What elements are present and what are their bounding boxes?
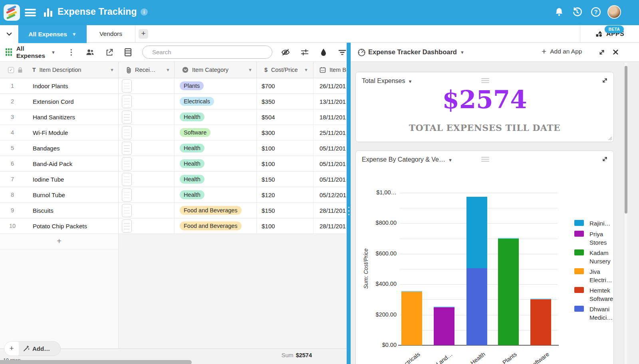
cell-item-description[interactable]: Potato Chip Packets bbox=[25, 218, 119, 233]
user-avatar[interactable] bbox=[607, 5, 621, 19]
cell-cost-price[interactable]: $504 bbox=[257, 109, 314, 125]
filter-icon[interactable] bbox=[338, 49, 347, 56]
cell-cost-price[interactable]: $300 bbox=[257, 125, 314, 140]
table-row[interactable]: 8Burnol TubeHealth$12005/12/201 bbox=[0, 187, 347, 203]
cell-item-description[interactable]: Extension Cord bbox=[25, 94, 119, 109]
cell-item-description[interactable]: Indoor Plants bbox=[25, 78, 119, 93]
cell-item-bought-date[interactable]: 18/11/201 bbox=[314, 109, 347, 125]
add-table-button[interactable]: + bbox=[139, 29, 148, 39]
cell-cost-price[interactable]: $100 bbox=[257, 218, 314, 233]
cell-item-description[interactable]: Burnol Tube bbox=[25, 187, 119, 202]
cell-item-bought-date[interactable]: 05/11/201 bbox=[314, 172, 347, 187]
stackby-logo-icon[interactable] bbox=[4, 4, 20, 21]
cell-receipt[interactable] bbox=[119, 156, 175, 171]
cell-item-description[interactable]: Bandages bbox=[25, 140, 119, 156]
expand-panel-icon[interactable] bbox=[598, 49, 605, 56]
cell-cost-price[interactable]: $100 bbox=[257, 156, 314, 171]
cell-cost-price[interactable]: $150 bbox=[257, 203, 314, 218]
cell-receipt[interactable] bbox=[119, 203, 175, 218]
tab-all-expenses[interactable]: All Expenses ▼ bbox=[18, 25, 87, 43]
receipt-thumbnail[interactable] bbox=[122, 95, 132, 108]
cell-receipt[interactable] bbox=[119, 109, 175, 125]
drag-handle-icon[interactable] bbox=[481, 157, 489, 163]
bar-segment[interactable] bbox=[498, 239, 519, 345]
cell-receipt[interactable] bbox=[119, 172, 175, 187]
receipt-thumbnail[interactable] bbox=[122, 173, 132, 186]
chevron-down-icon[interactable]: ▼ bbox=[248, 67, 252, 72]
search-bar[interactable] bbox=[142, 46, 272, 59]
receipt-thumbnail[interactable] bbox=[122, 204, 132, 217]
cell-item-category[interactable]: Health bbox=[175, 187, 257, 202]
bar-segment[interactable] bbox=[434, 307, 454, 346]
legend-item[interactable]: Hemtek Software bbox=[574, 286, 614, 303]
table-row[interactable]: 5BandagesHealth$10005/11/201 bbox=[0, 140, 347, 156]
sum-summary[interactable]: Sum$2574 bbox=[257, 352, 312, 358]
add-an-app-button[interactable]: + Add an App bbox=[542, 47, 582, 55]
table-row[interactable]: 2Extension CordElectricals$35013/11/201 bbox=[0, 94, 347, 109]
notifications-bell-icon[interactable] bbox=[554, 7, 564, 17]
cell-item-bought-date[interactable]: 28/11/201 bbox=[314, 203, 347, 218]
cell-item-bought-date[interactable]: 05/11/201 bbox=[314, 140, 347, 156]
horizontal-scrollbar[interactable] bbox=[0, 360, 192, 364]
row-settings-icon[interactable] bbox=[300, 48, 309, 56]
chevron-down-icon[interactable]: ▼ bbox=[166, 67, 170, 72]
table-row[interactable]: 10Potato Chip PacketsFood and Beverages$… bbox=[0, 218, 347, 234]
cell-receipt[interactable] bbox=[119, 140, 175, 156]
bar-segment[interactable] bbox=[466, 268, 487, 345]
cell-item-bought-date[interactable]: 05/11/201 bbox=[314, 156, 347, 171]
pane-splitter[interactable] bbox=[347, 43, 351, 364]
close-panel-icon[interactable] bbox=[612, 49, 619, 55]
add-row-button[interactable]: + bbox=[0, 234, 119, 249]
receipt-thumbnail[interactable] bbox=[122, 220, 132, 233]
plus-icon[interactable]: + bbox=[4, 342, 19, 356]
cell-item-description[interactable]: Wi-Fi Module bbox=[25, 125, 119, 140]
cell-item-category[interactable]: Software bbox=[175, 125, 257, 140]
collapse-tabs-button[interactable] bbox=[0, 25, 18, 43]
collaborators-icon[interactable] bbox=[85, 48, 95, 56]
cell-cost-price[interactable]: $150 bbox=[257, 172, 314, 187]
view-name[interactable]: All Expenses bbox=[16, 45, 48, 59]
cell-cost-price[interactable]: $350 bbox=[257, 94, 314, 109]
bar-segment[interactable] bbox=[401, 292, 422, 345]
receipt-thumbnail[interactable] bbox=[122, 126, 132, 139]
table-row[interactable]: 7Iodine TubeHealth$15005/11/201 bbox=[0, 172, 347, 187]
grid-view-icon[interactable] bbox=[6, 48, 12, 56]
hide-fields-icon[interactable] bbox=[281, 48, 290, 56]
table-row[interactable]: 3Hand SanitizersHealth$50418/11/201 bbox=[0, 109, 347, 125]
card-title[interactable]: Expense By Category & Ve…▼ bbox=[362, 156, 452, 163]
receipt-thumbnail[interactable] bbox=[122, 142, 132, 155]
cell-item-description[interactable]: Iodine Tube bbox=[25, 172, 119, 187]
info-icon[interactable]: i bbox=[141, 8, 148, 16]
expand-card-icon[interactable] bbox=[601, 77, 608, 84]
cell-receipt[interactable] bbox=[119, 94, 175, 109]
dashboard-title[interactable]: Expense Tracker Dashboard bbox=[368, 48, 457, 56]
cell-item-description[interactable]: Band-Aid Pack bbox=[25, 156, 119, 171]
menu-icon[interactable] bbox=[25, 9, 36, 16]
search-input[interactable] bbox=[152, 49, 272, 55]
cell-receipt[interactable] bbox=[119, 78, 175, 93]
column-item-bought[interactable]: Item B bbox=[314, 62, 347, 78]
cell-item-category[interactable]: Health bbox=[175, 156, 257, 171]
fill-color-icon[interactable] bbox=[320, 48, 327, 57]
tab-vendors[interactable]: Vendors bbox=[87, 25, 135, 42]
help-icon[interactable]: ? bbox=[591, 7, 601, 17]
cell-item-bought-date[interactable]: 05/12/201 bbox=[314, 187, 347, 202]
column-item-category[interactable]: Item Category ▼ bbox=[175, 62, 257, 78]
add-record-pill[interactable]: + Add… bbox=[4, 341, 61, 356]
cell-item-bought-date[interactable]: 26/11/201 bbox=[314, 78, 347, 93]
cell-item-category[interactable]: Food and Beverages bbox=[175, 218, 257, 233]
resize-handle-icon[interactable] bbox=[608, 136, 612, 140]
legend-item[interactable]: Rajini… bbox=[574, 219, 614, 228]
legend-item[interactable]: Jiva Electri… bbox=[574, 267, 614, 284]
select-all-checkbox[interactable]: ✓ bbox=[8, 67, 14, 73]
cell-item-description[interactable]: Biscuits bbox=[25, 203, 119, 218]
cell-cost-price[interactable]: $700 bbox=[257, 78, 314, 93]
vertical-scrollbar-thumb[interactable] bbox=[625, 66, 627, 214]
receipt-thumbnail[interactable] bbox=[122, 79, 132, 93]
receipt-thumbnail[interactable] bbox=[122, 188, 132, 202]
share-icon[interactable] bbox=[105, 48, 114, 57]
cell-item-bought-date[interactable]: 25/11/201 bbox=[314, 125, 347, 140]
cell-item-category[interactable]: Food and Beverages bbox=[175, 203, 257, 218]
column-cost-price[interactable]: $ Cost/Price ▼ bbox=[257, 62, 314, 78]
cell-item-category[interactable]: Electricals bbox=[175, 94, 257, 109]
